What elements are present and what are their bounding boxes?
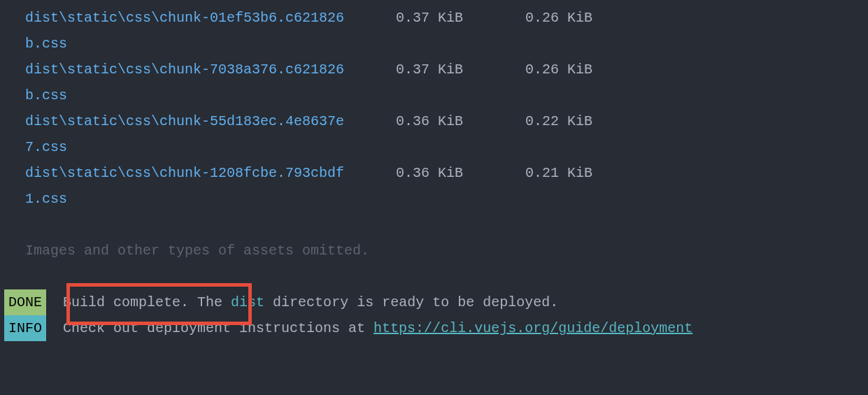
file-size-1: 0.36 KiB — [396, 108, 525, 134]
file-size-1: 0.37 KiB — [396, 57, 525, 82]
file-row: dist\static\css\chunk-1208fcbe.793cbdf 0… — [25, 160, 868, 186]
ready-text-1: The — [197, 289, 231, 315]
file-path: dist\static\css\chunk-01ef53b6.c621826 — [25, 5, 396, 31]
file-size-1: 0.37 KiB — [396, 5, 525, 31]
ready-text-2: directory is ready to be deployed. — [264, 289, 558, 315]
file-wrap: 7.css — [25, 134, 868, 160]
build-complete: Build complete. — [63, 289, 189, 315]
terminal-output: 4.css dist\static\css\chunk-01ef53b6.c62… — [25, 0, 868, 341]
file-path-partial: 4.css — [25, 0, 868, 5]
info-badge: INFO — [4, 315, 46, 341]
file-path: dist\static\css\chunk-7038a376.c621826 — [25, 57, 396, 82]
file-size-1: 0.36 KiB — [396, 160, 525, 186]
file-wrap: b.css — [25, 31, 868, 57]
file-size-2: 0.26 KiB — [525, 5, 592, 31]
file-row: dist\static\css\chunk-7038a376.c621826 0… — [25, 57, 868, 82]
file-wrap: b.css — [25, 82, 868, 108]
file-size-2: 0.21 KiB — [525, 160, 592, 186]
info-text: Check out deployment instructions at — [63, 315, 373, 341]
file-size-2: 0.22 KiB — [525, 108, 592, 134]
done-badge: DONE — [4, 289, 46, 315]
info-line: INFO Check out deployment instructions a… — [4, 315, 868, 341]
file-path: dist\static\css\chunk-55d183ec.4e8637e — [25, 108, 396, 134]
file-path: dist\static\css\chunk-1208fcbe.793cbdf — [25, 160, 396, 186]
file-wrap: 1.css — [25, 186, 868, 212]
dist-keyword: dist — [231, 289, 264, 315]
file-row: dist\static\css\chunk-55d183ec.4e8637e 0… — [25, 108, 868, 134]
file-size-2: 0.26 KiB — [525, 57, 592, 82]
deployment-link[interactable]: https://cli.vuejs.org/guide/deployment — [373, 315, 692, 341]
assets-omitted: Images and other types of assets omitted… — [25, 238, 868, 264]
done-line: DONE Build complete. The dist directory … — [4, 289, 868, 315]
file-row: dist\static\css\chunk-01ef53b6.c621826 0… — [25, 5, 868, 31]
